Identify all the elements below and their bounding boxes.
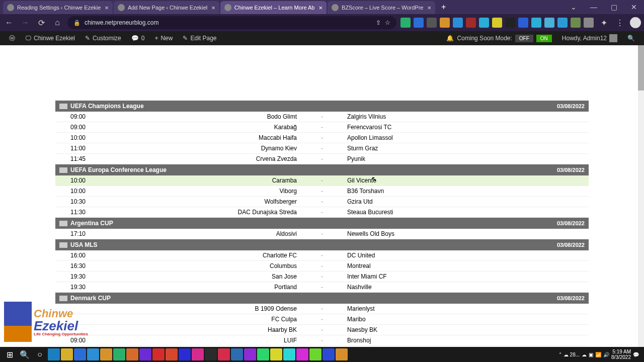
- match-row[interactable]: 11:00Dynamo Kiev-Sturm Graz: [55, 143, 589, 154]
- system-tray[interactable]: ˄ ☁ 28... ☁ ▣ 📶 🔊 5:19 AM 8/3/2022 💬: [559, 349, 642, 360]
- tab-close-icon[interactable]: ×: [427, 4, 431, 12]
- address-bar[interactable]: 🔒 chinwe.netpreneurblog.com ⇪ ☆: [67, 16, 396, 29]
- tray-icon[interactable]: ☁: [582, 352, 587, 357]
- browser-tab[interactable]: Chinwe Ezekiel – Learn More Ab×: [220, 1, 327, 14]
- match-row[interactable]: 17:10Aldosivi-Newells Old Boys: [55, 229, 589, 239]
- match-row[interactable]: 19:30Portland-Nashville: [55, 282, 589, 293]
- browser-tab[interactable]: Add New Page ‹ Chinwe Ezekiel×: [114, 1, 219, 14]
- taskbar-app-icon[interactable]: [152, 348, 165, 360]
- match-row[interactable]: 19:30San Jose-Inter Miami CF: [55, 272, 589, 282]
- taskbar-app-icon[interactable]: [244, 348, 256, 360]
- extension-icon[interactable]: [479, 18, 489, 28]
- extension-icon[interactable]: [440, 18, 450, 28]
- wp-howdy[interactable]: Howdy, Admin12: [557, 31, 622, 45]
- match-row[interactable]: 11:45Crvena Zvezda-Pyunik: [55, 154, 589, 164]
- search-button[interactable]: 🔍: [17, 348, 32, 361]
- taskbar-app-icon[interactable]: [100, 348, 112, 360]
- match-row[interactable]: 10:00Maccabi Haifa-Apollon Limassol: [55, 133, 589, 143]
- browser-tab[interactable]: BZScore – Live Score – WordPre×: [328, 1, 435, 14]
- match-row[interactable]: 10:00Viborg-B36 Torshavn: [55, 186, 589, 197]
- extension-icon[interactable]: [453, 18, 463, 28]
- wp-logo[interactable]: ⓦ: [4, 31, 20, 45]
- league-header[interactable]: Argentina CUP03/08/2022: [55, 218, 589, 229]
- extension-icon[interactable]: [584, 18, 594, 28]
- league-header[interactable]: UEFA Europa Conference League03/08/2022: [55, 164, 589, 175]
- extension-icon[interactable]: [414, 18, 424, 28]
- wp-edit-page[interactable]: ✎ Edit Page: [178, 31, 221, 45]
- extension-icon[interactable]: [518, 18, 528, 28]
- wp-new[interactable]: + New: [149, 31, 178, 45]
- league-header[interactable]: Denmark CUP03/08/2022: [55, 293, 589, 304]
- match-row[interactable]: 16:00Charlotte FC-DC United: [55, 250, 589, 261]
- extensions-menu-icon[interactable]: ✦: [598, 17, 610, 29]
- taskbar-app-icon[interactable]: [139, 348, 151, 360]
- wp-coming-soon[interactable]: 🔔 Coming Soon Mode: OFF ON: [441, 31, 556, 45]
- back-button[interactable]: ←: [3, 17, 15, 29]
- extension-icon[interactable]: [427, 18, 437, 28]
- extension-icon[interactable]: [557, 18, 568, 28]
- cortana-button[interactable]: ○: [32, 348, 47, 361]
- taskbar-app-icon[interactable]: [270, 348, 282, 360]
- wp-site-link[interactable]: 🖵 Chinwe Ezekiel: [20, 31, 80, 45]
- tab-close-icon[interactable]: ×: [211, 4, 215, 12]
- taskbar-app-icon[interactable]: [192, 348, 204, 360]
- taskbar-app-icon[interactable]: [48, 348, 60, 360]
- taskbar-app-icon[interactable]: [113, 348, 125, 360]
- forward-button[interactable]: →: [19, 17, 31, 29]
- tray-icon[interactable]: ▣: [589, 352, 593, 357]
- wp-customize[interactable]: ✎ Customize: [80, 31, 126, 45]
- match-row[interactable]: 11:30DAC Dunajska Streda-Steaua Bucurest…: [55, 207, 589, 218]
- match-row[interactable]: B 1909 Odense-Marienlyst: [55, 304, 589, 314]
- extension-icon[interactable]: [505, 18, 515, 28]
- start-button[interactable]: ⊞: [2, 348, 17, 361]
- extension-icon[interactable]: [571, 18, 581, 28]
- taskbar-app-icon[interactable]: [296, 348, 308, 360]
- taskbar-app-icon[interactable]: [336, 348, 348, 360]
- close-button[interactable]: ✕: [624, 0, 644, 14]
- scrollbar-thumb[interactable]: [638, 45, 644, 90]
- match-row[interactable]: FC Culpa-Maribo: [55, 314, 589, 325]
- tray-icon[interactable]: 📶: [595, 352, 601, 357]
- taskbar-app-icon[interactable]: [283, 348, 295, 360]
- tab-close-icon[interactable]: ×: [105, 4, 109, 12]
- extension-icon[interactable]: [544, 18, 554, 28]
- match-row[interactable]: Haarby BK-Naesby BK: [55, 325, 589, 335]
- league-header[interactable]: USA MLS03/08/2022: [55, 239, 589, 250]
- taskbar-app-icon[interactable]: [257, 348, 269, 360]
- maximize-button[interactable]: ▢: [604, 0, 624, 14]
- notifications-icon[interactable]: 💬: [633, 352, 639, 357]
- taskbar-app-icon[interactable]: [231, 348, 243, 360]
- extension-icon[interactable]: [466, 18, 476, 28]
- wp-comments[interactable]: 💬 0: [126, 31, 150, 45]
- match-row[interactable]: 16:30Columbus-Montreal: [55, 261, 589, 272]
- taskbar-app-icon[interactable]: [87, 348, 99, 360]
- extension-icon[interactable]: [492, 18, 502, 28]
- taskbar-app-icon[interactable]: [74, 348, 86, 360]
- scrollbar[interactable]: [638, 45, 644, 347]
- taskbar-app-icon[interactable]: [323, 348, 335, 360]
- home-button[interactable]: ⌂: [51, 17, 63, 29]
- profile-avatar[interactable]: [630, 17, 641, 28]
- account-chevron-icon[interactable]: ⌄: [564, 0, 584, 14]
- tray-volume-icon[interactable]: 🔊: [603, 352, 609, 357]
- extension-icon[interactable]: [531, 18, 541, 28]
- taskbar-app-icon[interactable]: [179, 348, 191, 360]
- taskbar-clock[interactable]: 5:19 AM 8/3/2022: [611, 349, 631, 360]
- share-icon[interactable]: ⇪: [376, 19, 381, 26]
- tray-chevron-icon[interactable]: ˄: [559, 352, 561, 357]
- match-row[interactable]: 10:00Caramba-Gil Vicente: [55, 175, 589, 186]
- taskbar-app-icon[interactable]: [166, 348, 178, 360]
- taskbar-app-icon[interactable]: [205, 348, 217, 360]
- browser-menu-icon[interactable]: ⋮: [614, 17, 626, 29]
- match-row[interactable]: 10:30Wolfsberger-Gzira Utd: [55, 197, 589, 207]
- match-row[interactable]: 09:00Bodo Glimt-Zalgiris Vilnius: [55, 112, 589, 122]
- tab-close-icon[interactable]: ×: [318, 4, 323, 12]
- wp-search-icon[interactable]: 🔍: [622, 31, 640, 45]
- reload-button[interactable]: ⟳: [35, 17, 47, 29]
- browser-tab[interactable]: Reading Settings ‹ Chinwe Ezekie×: [3, 1, 113, 14]
- league-header[interactable]: UEFA Champions League03/08/2022: [55, 101, 589, 112]
- match-row[interactable]: 09:00LUIF-Bronshoj: [55, 335, 589, 346]
- taskbar-app-icon[interactable]: [309, 348, 321, 360]
- weather-widget[interactable]: ☁ 28...: [564, 352, 580, 357]
- new-tab-button[interactable]: +: [436, 3, 451, 12]
